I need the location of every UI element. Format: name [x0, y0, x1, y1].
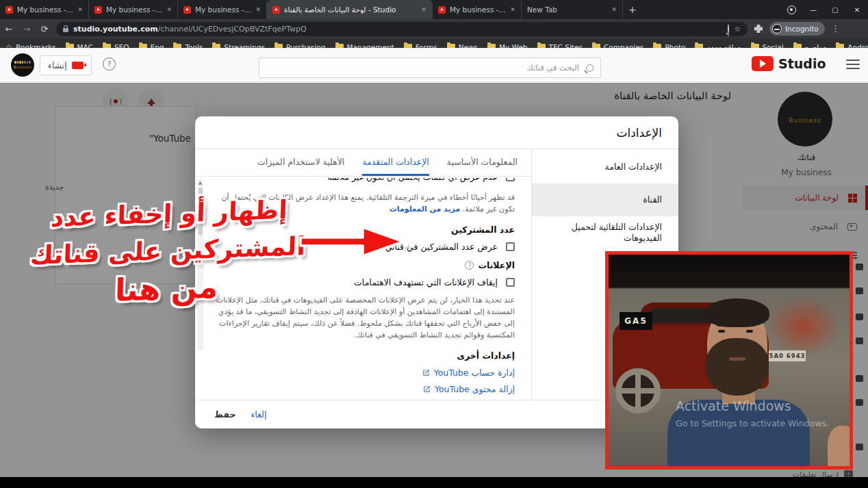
- search-icon: [586, 64, 593, 72]
- activate-windows-subtext: Go to Settings to activate Windows.: [676, 418, 829, 428]
- tutorial-annotation: إظهار أو إخفاء عدد المشتركين على قناتك م…: [17, 190, 318, 314]
- minimize-button[interactable]: —: [802, 0, 824, 19]
- annotation-arrow-icon: [298, 224, 407, 259]
- tab-close-icon[interactable]: ✕: [510, 6, 515, 13]
- tab-close-icon[interactable]: ✕: [421, 6, 426, 13]
- browser-tab-active[interactable]: لوحة البيانات الخاصة بالقناة - Studio✕: [267, 0, 433, 19]
- new-tab-button[interactable]: +: [628, 4, 637, 15]
- channel-search: [259, 57, 601, 78]
- youtube-play-icon: [752, 56, 774, 71]
- menu-dots-icon[interactable]: ⋮: [832, 24, 840, 34]
- video-camera-icon: [72, 62, 84, 69]
- incognito-badge: Incognito: [769, 22, 825, 36]
- show-subscriber-count-checkbox[interactable]: [506, 242, 515, 251]
- activate-windows-watermark: Activate Windows: [676, 398, 791, 413]
- external-link-icon: [423, 385, 431, 393]
- account-avatar[interactable]: Business: [11, 53, 34, 77]
- browser-tab[interactable]: New Tab✕: [522, 0, 623, 19]
- checkbox[interactable]: [506, 178, 515, 181]
- help-icon[interactable]: ?: [465, 261, 474, 270]
- tab-close-icon[interactable]: ✕: [255, 6, 261, 13]
- toolbar-icons: Incognito ⋮: [754, 22, 840, 36]
- tab-basic-info[interactable]: المعلومات الأساسية: [447, 149, 518, 176]
- facecam-overlay: GA5 5A0 6943 Activate Windows Go to Sett…: [605, 251, 853, 470]
- zoom-page-icon[interactable]: [728, 25, 729, 34]
- license-plate: 5A0 6943: [769, 350, 806, 361]
- mural-sign: GA5: [620, 312, 652, 330]
- dialog-title: الإعدادات: [195, 116, 678, 149]
- settings-nav-upload-defaults[interactable]: الإعدادات التلقائية لتحميل الفيديوهات: [532, 216, 678, 249]
- clipped-setting-row: عدم عرض أي كلمات يُحتمل أن تكون غير ملائ…: [216, 178, 515, 187]
- youtube-favicon: [438, 6, 446, 14]
- presenter-eye: [746, 330, 753, 333]
- tab-feature-eligibility[interactable]: الأهلية لاستخدام الميزات: [257, 149, 344, 176]
- incognito-icon: [772, 24, 782, 34]
- studio-logo[interactable]: Studio: [752, 56, 826, 71]
- help-icon[interactable]: ?: [103, 57, 116, 70]
- studio-header: Business إنشاء ? Studio: [0, 48, 868, 82]
- browser-toolbar: ← → ⟳ studio.youtube.com/channel/UCyEDve…: [0, 19, 868, 38]
- search-input[interactable]: [266, 62, 580, 73]
- more-info-link[interactable]: مزيد من المعلومات: [390, 205, 460, 214]
- settings-nav-general[interactable]: الإعدادات العامة: [532, 151, 678, 183]
- reload-icon[interactable]: ⟳: [36, 24, 53, 34]
- address-bar[interactable]: studio.youtube.com/channel/UCyEDvesjCOpB…: [56, 22, 748, 36]
- url-text: studio.youtube.com/channel/UCyEDvesjCOpB…: [73, 25, 723, 34]
- cancel-button[interactable]: إلغاء: [251, 409, 266, 420]
- letterbox-bar: [0, 477, 868, 488]
- bookmark-star-icon[interactable]: ☆: [734, 25, 741, 34]
- screen: My business - YouTube✕ My business - You…: [0, 0, 868, 488]
- other-settings-heading: إعدادات أخرى: [216, 350, 515, 361]
- youtube-favicon: [94, 6, 102, 14]
- save-button[interactable]: حفظ: [214, 409, 235, 420]
- browser-tab[interactable]: My business - YouTube✕: [433, 0, 522, 19]
- disable-interest-ads-checkbox[interactable]: [506, 278, 515, 287]
- browser-tab[interactable]: My business - YouTube✕: [89, 0, 178, 19]
- presenter-brow: [745, 324, 754, 326]
- close-button[interactable]: ✕: [846, 0, 868, 19]
- tab-advanced-settings[interactable]: الإعدادات المتقدمة: [362, 149, 429, 176]
- presenter-beard: [706, 338, 769, 396]
- create-button[interactable]: إنشاء: [40, 55, 92, 75]
- settings-nav-channel[interactable]: القناة: [532, 183, 678, 216]
- tab-close-icon[interactable]: ✕: [77, 6, 83, 13]
- tab-close-icon[interactable]: ✕: [611, 6, 617, 13]
- tab-close-icon[interactable]: ✕: [166, 6, 172, 13]
- youtube-favicon: [272, 6, 280, 14]
- browser-tab-strip: My business - YouTube✕ My business - You…: [0, 0, 868, 19]
- presenter-mouth: [729, 357, 745, 361]
- youtube-favicon: [183, 6, 191, 14]
- extensions-icon[interactable]: [754, 25, 763, 33]
- maximize-button[interactable]: ▢: [824, 0, 846, 19]
- browser-tab[interactable]: My business - YouTube✕: [178, 0, 267, 19]
- remove-youtube-content-link[interactable]: إزالة محتوى YouTube: [216, 384, 515, 394]
- presenter-eye: [718, 330, 725, 333]
- presenter-brow: [717, 324, 726, 326]
- youtube-favicon: [5, 6, 13, 14]
- background-glow: [766, 296, 841, 357]
- manage-youtube-account-link[interactable]: إدارة حساب YouTube: [216, 368, 515, 378]
- presenter-hair: [705, 298, 769, 327]
- browser-tab[interactable]: My business - YouTube✕: [0, 0, 89, 19]
- channel-settings-tabs: المعلومات الأساسية الإعدادات المتقدمة ال…: [195, 149, 531, 177]
- hamburger-menu-icon[interactable]: [846, 60, 860, 69]
- mural-wheel: [615, 368, 661, 413]
- recorder-icon[interactable]: [780, 0, 802, 19]
- window-controls: — ▢ ✕: [780, 0, 868, 19]
- back-icon[interactable]: ←: [0, 24, 18, 34]
- forward-icon[interactable]: →: [18, 24, 36, 34]
- presenter-hand: [828, 426, 853, 467]
- lock-icon: [63, 28, 68, 32]
- external-link-icon: [422, 369, 430, 376]
